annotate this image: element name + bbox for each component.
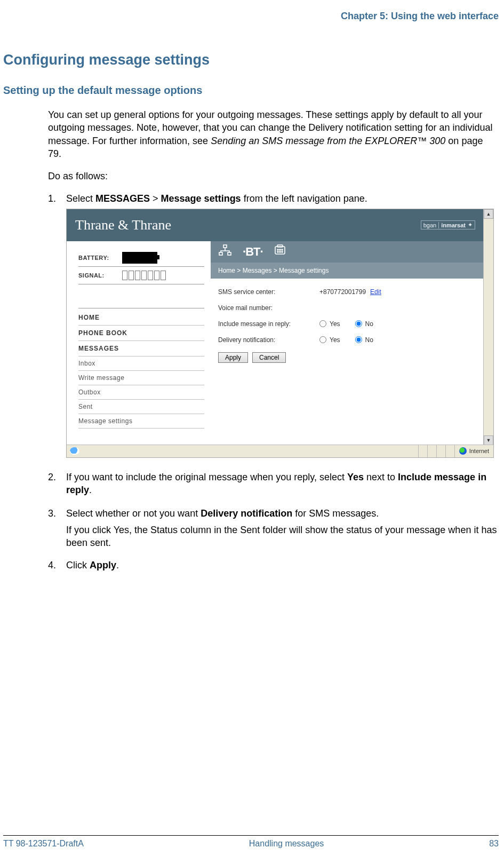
svg-rect-0 bbox=[223, 245, 227, 248]
s3-pre: Select whether or not you want bbox=[66, 508, 201, 519]
s1-pre: Select bbox=[66, 193, 95, 204]
shot-banner: Thrane & Thrane bgan inmarsat ✦ bbox=[67, 209, 484, 241]
s1-mid: > bbox=[150, 193, 161, 204]
step-3-number: 3. bbox=[48, 507, 66, 520]
nav-message-settings[interactable]: Message settings bbox=[78, 414, 204, 429]
phone-icon bbox=[274, 244, 286, 259]
step-3-sub: If you click Yes, the Status column in t… bbox=[66, 524, 499, 550]
do-as-follows: Do as follows: bbox=[48, 170, 499, 183]
bgan-inmarsat-badge: bgan inmarsat ✦ bbox=[421, 220, 475, 229]
s4-post: . bbox=[116, 560, 119, 570]
cancel-button[interactable]: Cancel bbox=[252, 352, 286, 363]
step-4-text: Click Apply. bbox=[66, 559, 499, 572]
svg-point-7 bbox=[282, 249, 283, 250]
s3-post: for SMS messages. bbox=[292, 508, 379, 519]
zone-label: Internet bbox=[469, 448, 489, 454]
s2-post: . bbox=[89, 485, 92, 495]
intro-xref: Sending an SMS message from the EXPLORER… bbox=[211, 136, 445, 146]
step-2-text: If you want to include the original mess… bbox=[66, 471, 499, 497]
footer-docid: TT 98-123571-DraftA bbox=[3, 839, 84, 849]
no-label: No bbox=[365, 320, 373, 328]
step-1-number: 1. bbox=[48, 192, 66, 205]
nav-outbox[interactable]: Outbox bbox=[78, 385, 204, 400]
vertical-scrollbar[interactable]: ▲ ▼ bbox=[483, 209, 493, 445]
step-2: 2. If you want to include the original m… bbox=[48, 471, 499, 497]
sms-center-value: +870772001799 bbox=[319, 288, 366, 296]
signal-label: SIGNAL: bbox=[78, 272, 122, 279]
battery-icon bbox=[122, 252, 157, 264]
step-3-text: Select whether or not you want Delivery … bbox=[66, 507, 499, 520]
include-reply-label: Include message in reply: bbox=[218, 320, 319, 328]
step-4-number: 4. bbox=[48, 559, 66, 572]
intro-paragraph: You can set up general options for your … bbox=[48, 108, 499, 160]
globe-icon bbox=[459, 447, 467, 455]
section-title: Configuring message settings bbox=[3, 52, 504, 68]
edit-link[interactable]: Edit bbox=[370, 288, 381, 296]
chapter-header: Chapter 5: Using the web interface bbox=[0, 11, 504, 25]
scroll-up-icon[interactable]: ▲ bbox=[484, 209, 493, 219]
svg-rect-4 bbox=[277, 245, 283, 247]
delivery-notif-yes[interactable]: Yes bbox=[319, 336, 340, 344]
bgan-label: bgan bbox=[423, 222, 436, 228]
signal-bars-icon bbox=[122, 271, 166, 280]
s1-b2: Message settings bbox=[161, 193, 241, 204]
step-4: 4. Click Apply. bbox=[48, 559, 499, 572]
status-bar: Internet bbox=[67, 445, 493, 457]
voicemail-label: Voice mail number: bbox=[218, 304, 319, 312]
s4-b1: Apply bbox=[90, 560, 116, 570]
breadcrumb: Home > Messages > Message settings bbox=[211, 263, 484, 279]
footer-title: Handling messages bbox=[249, 839, 324, 849]
svg-rect-1 bbox=[219, 252, 222, 255]
step-1-text: Select MESSAGES > Message settings from … bbox=[66, 192, 499, 205]
s1-b1: MESSAGES bbox=[95, 193, 150, 204]
s2-b1: Yes bbox=[347, 472, 364, 482]
screenshot-figure: Thrane & Thrane bgan inmarsat ✦ BATTERY: bbox=[66, 209, 499, 458]
yes-label-2: Yes bbox=[330, 336, 340, 344]
delivery-notif-label: Delivery notification: bbox=[218, 336, 319, 344]
include-reply-yes[interactable]: Yes bbox=[319, 320, 340, 328]
include-reply-no[interactable]: No bbox=[355, 320, 373, 328]
svg-point-9 bbox=[279, 251, 281, 252]
svg-point-8 bbox=[277, 251, 278, 252]
step-2-number: 2. bbox=[48, 471, 66, 497]
ie-icon bbox=[70, 447, 79, 455]
s1-post: from the left navigation pane. bbox=[241, 193, 367, 204]
footer-page: 83 bbox=[489, 839, 499, 849]
page-footer: TT 98-123571-DraftA Handling messages 83 bbox=[3, 835, 499, 849]
satellite-icon: ✦ bbox=[468, 221, 473, 228]
shot-sidebar: BATTERY: SIGNAL: HOME bbox=[67, 241, 211, 445]
nav-phonebook[interactable]: PHONE BOOK bbox=[78, 326, 204, 341]
nav-sent[interactable]: Sent bbox=[78, 400, 204, 414]
s4-pre: Click bbox=[66, 560, 90, 570]
nav-home[interactable]: HOME bbox=[78, 310, 204, 326]
scroll-down-icon[interactable]: ▼ bbox=[484, 435, 493, 445]
nav-inbox[interactable]: Inbox bbox=[78, 356, 204, 371]
apply-button[interactable]: Apply bbox=[218, 352, 248, 363]
s3-b1: Delivery notification bbox=[201, 508, 292, 519]
s2-mid: next to bbox=[364, 472, 398, 482]
inmarsat-label: inmarsat bbox=[441, 222, 466, 228]
no-label-2: No bbox=[365, 336, 373, 344]
icon-bar: ·BT· bbox=[211, 241, 484, 263]
nav-write-message[interactable]: Write message bbox=[78, 371, 204, 385]
sms-center-label: SMS service center: bbox=[218, 288, 319, 296]
svg-rect-2 bbox=[228, 252, 231, 255]
battery-label: BATTERY: bbox=[78, 255, 122, 261]
subsection-title: Setting up the default message options bbox=[3, 84, 504, 97]
network-icon bbox=[218, 244, 232, 259]
svg-point-10 bbox=[282, 251, 283, 252]
brand-logo: Thrane & Thrane bbox=[75, 217, 171, 233]
delivery-notif-no[interactable]: No bbox=[355, 336, 373, 344]
svg-point-5 bbox=[277, 249, 278, 250]
step-3: 3. Select whether or not you want Delive… bbox=[48, 507, 499, 520]
bt-icon: ·BT· bbox=[243, 245, 263, 259]
yes-label: Yes bbox=[330, 320, 340, 328]
step-1: 1. Select MESSAGES > Message settings fr… bbox=[48, 192, 499, 205]
svg-point-6 bbox=[279, 249, 281, 250]
s2-pre: If you want to include the original mess… bbox=[66, 472, 347, 482]
nav-messages[interactable]: MESSAGES bbox=[78, 341, 204, 356]
